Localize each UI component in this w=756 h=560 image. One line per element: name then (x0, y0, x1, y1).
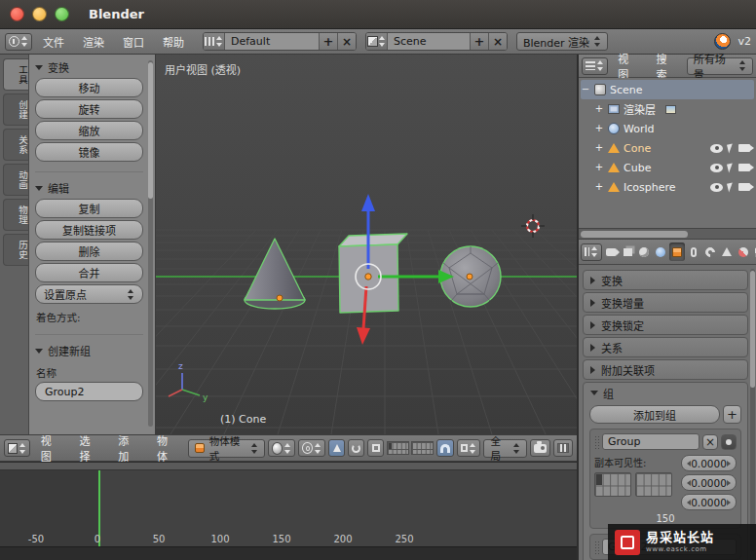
renderability-toggle-icon[interactable] (738, 183, 750, 191)
transform-orientation-dropdown[interactable]: 全局 (483, 439, 527, 458)
delete-screen-layout-button[interactable] (337, 33, 356, 50)
timeline-frames-area[interactable]: -50 0 50 100 150 200 250 (0, 470, 577, 546)
visibility-toggle-icon[interactable] (710, 144, 723, 153)
properties-editor-selector[interactable] (581, 243, 602, 261)
outliner-row-renderlayers[interactable]: 渲染层 (581, 99, 754, 119)
layers-grid-left[interactable] (387, 441, 409, 455)
renderability-toggle-icon[interactable] (738, 144, 750, 152)
tab-relations[interactable]: 关系 (3, 129, 28, 161)
add-to-group-button[interactable]: 添加到组 (589, 405, 720, 424)
expand-icon[interactable] (594, 143, 604, 153)
properties-scrollbar[interactable] (750, 269, 755, 551)
panel-relations-extras[interactable]: 附加关联项 (583, 359, 748, 380)
menu-render[interactable]: 渲染 (75, 34, 112, 50)
menu-help[interactable]: 帮助 (155, 34, 192, 50)
panel-delta-transform[interactable]: 变换增量 (583, 292, 748, 313)
dupli-layers-widget-right[interactable] (635, 472, 672, 497)
snap-toggle-button[interactable] (436, 439, 454, 457)
menu-window[interactable]: 窗口 (115, 34, 152, 50)
tab-animation[interactable]: 动画 (3, 164, 28, 196)
scrollbar-handle[interactable] (581, 231, 688, 238)
increment-arrow-icon[interactable] (727, 500, 731, 505)
outliner-menu-view[interactable]: 视图 (610, 51, 646, 82)
window-maximize-button[interactable] (55, 7, 69, 21)
new-group-name-field[interactable] (35, 382, 143, 401)
panel-transform-locks[interactable]: 变换锁定 (583, 315, 748, 335)
outliner-row-icosphere[interactable]: Icosphere (581, 177, 754, 197)
group-name-field[interactable] (602, 433, 699, 450)
selectability-toggle-icon[interactable] (727, 182, 735, 192)
increment-arrow-icon[interactable] (727, 461, 731, 467)
tab-world-icon[interactable] (653, 243, 668, 261)
screen-layout-browse-button[interactable] (204, 33, 225, 50)
group-settings-button[interactable] (721, 434, 737, 450)
duplicate-button[interactable]: 复制 (35, 199, 143, 218)
increment-arrow-icon[interactable] (727, 480, 731, 486)
join-button[interactable]: 合并 (35, 263, 143, 282)
screen-layout-name-field[interactable] (225, 33, 319, 50)
rotate-button[interactable]: 旋转 (35, 99, 143, 119)
outliner-scrollbar[interactable] (579, 228, 756, 240)
viewport-editor-selector[interactable] (4, 439, 30, 457)
group-offset-z-field[interactable]: 0.0000 (681, 494, 737, 510)
outliner-row-cone[interactable]: Cone (581, 138, 754, 158)
expand-icon[interactable] (594, 104, 604, 114)
snap-element-dropdown[interactable] (457, 439, 480, 457)
expand-icon[interactable] (594, 163, 604, 172)
3d-viewport[interactable]: z y 用户视图 (透视) (1) Cone (156, 55, 577, 434)
mode-dropdown[interactable]: 物体模式 (188, 439, 265, 458)
selectability-toggle-icon[interactable] (727, 143, 735, 153)
manipulator-scale-toggle[interactable] (367, 439, 384, 457)
viewport-shading-dropdown[interactable] (268, 439, 296, 457)
tab-material-icon[interactable] (736, 243, 751, 261)
transform-panel-header[interactable]: 变换 (35, 58, 143, 76)
delete-scene-button[interactable] (488, 33, 507, 50)
timeline-editor[interactable]: -50 0 50 100 150 200 250 (0, 462, 577, 560)
cube-object[interactable] (339, 234, 407, 313)
tab-scene-icon[interactable] (636, 243, 652, 261)
expand-icon[interactable] (594, 124, 604, 133)
mirror-button[interactable]: 镜像 (35, 142, 143, 162)
group-offset-x-field[interactable]: 0.0000 (681, 455, 737, 471)
remove-group-button[interactable] (702, 434, 718, 450)
timeline-scroll-strip[interactable] (0, 463, 577, 470)
pivot-center-dropdown[interactable] (298, 439, 325, 457)
tab-constraints-icon[interactable] (686, 243, 701, 261)
visibility-toggle-icon[interactable] (710, 183, 723, 192)
menu-add[interactable]: 添加 (110, 432, 146, 464)
dupli-layers-widget-left[interactable] (594, 472, 631, 497)
translate-button[interactable]: 移动 (35, 78, 143, 97)
menu-view[interactable]: 视图 (33, 432, 69, 464)
outliner-row-scene[interactable]: Scene (581, 80, 754, 99)
layers-grid-right[interactable] (411, 441, 434, 455)
duplicate-linked-button[interactable]: 复制链接项 (35, 220, 143, 240)
scene-browse-button[interactable] (366, 33, 388, 50)
layers-widget[interactable] (387, 441, 434, 455)
scale-button[interactable]: 缩放 (35, 121, 143, 140)
drag-handle[interactable] (594, 435, 599, 449)
selectability-toggle-icon[interactable] (727, 163, 735, 172)
expand-icon[interactable] (594, 182, 604, 192)
tab-render-layers-icon[interactable] (620, 243, 635, 261)
edit-panel-header[interactable]: 编辑 (35, 179, 143, 197)
outliner-menu-search[interactable]: 搜索 (649, 51, 685, 82)
visibility-toggle-icon[interactable] (710, 164, 723, 172)
opengl-render-button[interactable] (530, 439, 549, 457)
window-minimize-button[interactable] (32, 7, 47, 21)
toolshelf-scrollbar[interactable] (148, 60, 153, 427)
tab-create[interactable]: 创建 (3, 93, 28, 126)
set-origin-dropdown[interactable]: 设置原点 (35, 284, 143, 304)
add-screen-layout-button[interactable] (319, 33, 337, 50)
info-editor-selector[interactable] (5, 33, 32, 51)
viewport-canvas[interactable]: z y (156, 55, 577, 434)
collapse-icon[interactable] (581, 85, 590, 94)
create-group-panel-header[interactable]: 创建新组 (35, 342, 143, 359)
panel-transform[interactable]: 变换 (583, 270, 748, 290)
delete-button[interactable]: 删除 (35, 242, 143, 261)
tab-texture-icon[interactable] (752, 243, 756, 261)
scene-name-field[interactable] (388, 33, 470, 50)
menu-file[interactable]: 文件 (35, 34, 72, 50)
add-scene-button[interactable] (470, 33, 488, 50)
tab-render-icon[interactable] (603, 243, 619, 261)
render-engine-dropdown[interactable]: Blender 渲染 (516, 32, 608, 51)
